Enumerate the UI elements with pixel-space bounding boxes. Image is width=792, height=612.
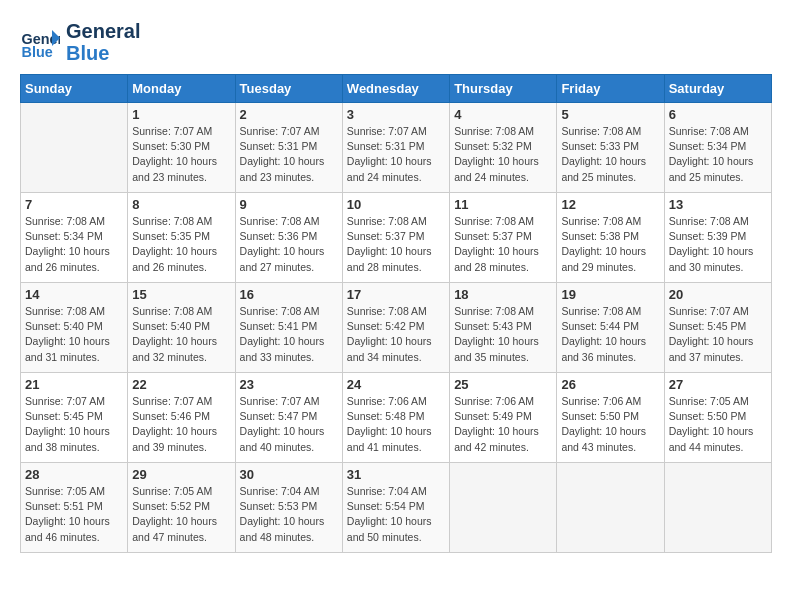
calendar-cell: 22Sunrise: 7:07 AMSunset: 5:46 PMDayligh… — [128, 373, 235, 463]
day-number: 4 — [454, 107, 552, 122]
day-number: 7 — [25, 197, 123, 212]
calendar-cell: 31Sunrise: 7:04 AMSunset: 5:54 PMDayligh… — [342, 463, 449, 553]
day-header-sunday: Sunday — [21, 75, 128, 103]
day-header-thursday: Thursday — [450, 75, 557, 103]
day-header-tuesday: Tuesday — [235, 75, 342, 103]
day-number: 8 — [132, 197, 230, 212]
day-number: 16 — [240, 287, 338, 302]
day-number: 19 — [561, 287, 659, 302]
calendar-cell: 9Sunrise: 7:08 AMSunset: 5:36 PMDaylight… — [235, 193, 342, 283]
day-info: Sunrise: 7:08 AMSunset: 5:38 PMDaylight:… — [561, 214, 659, 275]
calendar-table: SundayMondayTuesdayWednesdayThursdayFrid… — [20, 74, 772, 553]
calendar-cell: 28Sunrise: 7:05 AMSunset: 5:51 PMDayligh… — [21, 463, 128, 553]
day-info: Sunrise: 7:08 AMSunset: 5:41 PMDaylight:… — [240, 304, 338, 365]
calendar-cell: 20Sunrise: 7:07 AMSunset: 5:45 PMDayligh… — [664, 283, 771, 373]
calendar-cell: 29Sunrise: 7:05 AMSunset: 5:52 PMDayligh… — [128, 463, 235, 553]
calendar-cell: 19Sunrise: 7:08 AMSunset: 5:44 PMDayligh… — [557, 283, 664, 373]
calendar-cell: 11Sunrise: 7:08 AMSunset: 5:37 PMDayligh… — [450, 193, 557, 283]
calendar-cell — [450, 463, 557, 553]
week-row-1: 1Sunrise: 7:07 AMSunset: 5:30 PMDaylight… — [21, 103, 772, 193]
day-number: 12 — [561, 197, 659, 212]
calendar-cell: 25Sunrise: 7:06 AMSunset: 5:49 PMDayligh… — [450, 373, 557, 463]
day-number: 6 — [669, 107, 767, 122]
day-header-saturday: Saturday — [664, 75, 771, 103]
day-number: 22 — [132, 377, 230, 392]
logo: General Blue General Blue — [20, 20, 140, 64]
day-number: 25 — [454, 377, 552, 392]
day-info: Sunrise: 7:08 AMSunset: 5:37 PMDaylight:… — [347, 214, 445, 275]
week-row-2: 7Sunrise: 7:08 AMSunset: 5:34 PMDaylight… — [21, 193, 772, 283]
day-header-monday: Monday — [128, 75, 235, 103]
day-number: 3 — [347, 107, 445, 122]
logo-text-blue: Blue — [66, 42, 140, 64]
calendar-cell — [664, 463, 771, 553]
day-info: Sunrise: 7:05 AMSunset: 5:52 PMDaylight:… — [132, 484, 230, 545]
day-number: 20 — [669, 287, 767, 302]
day-header-friday: Friday — [557, 75, 664, 103]
day-number: 15 — [132, 287, 230, 302]
day-number: 10 — [347, 197, 445, 212]
week-row-3: 14Sunrise: 7:08 AMSunset: 5:40 PMDayligh… — [21, 283, 772, 373]
day-number: 23 — [240, 377, 338, 392]
day-info: Sunrise: 7:08 AMSunset: 5:33 PMDaylight:… — [561, 124, 659, 185]
day-number: 27 — [669, 377, 767, 392]
day-header-wednesday: Wednesday — [342, 75, 449, 103]
day-number: 31 — [347, 467, 445, 482]
calendar-cell: 23Sunrise: 7:07 AMSunset: 5:47 PMDayligh… — [235, 373, 342, 463]
day-number: 11 — [454, 197, 552, 212]
day-number: 18 — [454, 287, 552, 302]
day-number: 5 — [561, 107, 659, 122]
calendar-cell: 13Sunrise: 7:08 AMSunset: 5:39 PMDayligh… — [664, 193, 771, 283]
calendar-cell — [21, 103, 128, 193]
day-number: 30 — [240, 467, 338, 482]
day-number: 21 — [25, 377, 123, 392]
day-info: Sunrise: 7:08 AMSunset: 5:35 PMDaylight:… — [132, 214, 230, 275]
calendar-cell — [557, 463, 664, 553]
day-info: Sunrise: 7:06 AMSunset: 5:50 PMDaylight:… — [561, 394, 659, 455]
day-number: 24 — [347, 377, 445, 392]
day-info: Sunrise: 7:08 AMSunset: 5:40 PMDaylight:… — [25, 304, 123, 365]
day-number: 9 — [240, 197, 338, 212]
day-info: Sunrise: 7:05 AMSunset: 5:50 PMDaylight:… — [669, 394, 767, 455]
logo-icon: General Blue — [20, 22, 60, 62]
calendar-body: 1Sunrise: 7:07 AMSunset: 5:30 PMDaylight… — [21, 103, 772, 553]
day-number: 1 — [132, 107, 230, 122]
day-info: Sunrise: 7:07 AMSunset: 5:45 PMDaylight:… — [25, 394, 123, 455]
calendar-cell: 14Sunrise: 7:08 AMSunset: 5:40 PMDayligh… — [21, 283, 128, 373]
day-number: 17 — [347, 287, 445, 302]
day-info: Sunrise: 7:05 AMSunset: 5:51 PMDaylight:… — [25, 484, 123, 545]
day-number: 14 — [25, 287, 123, 302]
page-header: General Blue General Blue — [20, 20, 772, 64]
day-info: Sunrise: 7:08 AMSunset: 5:32 PMDaylight:… — [454, 124, 552, 185]
calendar-cell: 5Sunrise: 7:08 AMSunset: 5:33 PMDaylight… — [557, 103, 664, 193]
calendar-cell: 26Sunrise: 7:06 AMSunset: 5:50 PMDayligh… — [557, 373, 664, 463]
day-info: Sunrise: 7:08 AMSunset: 5:36 PMDaylight:… — [240, 214, 338, 275]
logo-text-general: General — [66, 20, 140, 42]
calendar-cell: 12Sunrise: 7:08 AMSunset: 5:38 PMDayligh… — [557, 193, 664, 283]
day-info: Sunrise: 7:08 AMSunset: 5:34 PMDaylight:… — [669, 124, 767, 185]
calendar-header-row: SundayMondayTuesdayWednesdayThursdayFrid… — [21, 75, 772, 103]
day-info: Sunrise: 7:04 AMSunset: 5:53 PMDaylight:… — [240, 484, 338, 545]
calendar-cell: 1Sunrise: 7:07 AMSunset: 5:30 PMDaylight… — [128, 103, 235, 193]
day-info: Sunrise: 7:07 AMSunset: 5:47 PMDaylight:… — [240, 394, 338, 455]
day-number: 2 — [240, 107, 338, 122]
calendar-cell: 8Sunrise: 7:08 AMSunset: 5:35 PMDaylight… — [128, 193, 235, 283]
day-info: Sunrise: 7:08 AMSunset: 5:37 PMDaylight:… — [454, 214, 552, 275]
week-row-4: 21Sunrise: 7:07 AMSunset: 5:45 PMDayligh… — [21, 373, 772, 463]
day-number: 28 — [25, 467, 123, 482]
calendar-cell: 17Sunrise: 7:08 AMSunset: 5:42 PMDayligh… — [342, 283, 449, 373]
day-info: Sunrise: 7:08 AMSunset: 5:43 PMDaylight:… — [454, 304, 552, 365]
day-info: Sunrise: 7:08 AMSunset: 5:44 PMDaylight:… — [561, 304, 659, 365]
day-info: Sunrise: 7:07 AMSunset: 5:45 PMDaylight:… — [669, 304, 767, 365]
calendar-cell: 21Sunrise: 7:07 AMSunset: 5:45 PMDayligh… — [21, 373, 128, 463]
day-info: Sunrise: 7:07 AMSunset: 5:31 PMDaylight:… — [240, 124, 338, 185]
day-info: Sunrise: 7:08 AMSunset: 5:34 PMDaylight:… — [25, 214, 123, 275]
day-number: 29 — [132, 467, 230, 482]
calendar-cell: 30Sunrise: 7:04 AMSunset: 5:53 PMDayligh… — [235, 463, 342, 553]
calendar-cell: 6Sunrise: 7:08 AMSunset: 5:34 PMDaylight… — [664, 103, 771, 193]
day-info: Sunrise: 7:08 AMSunset: 5:39 PMDaylight:… — [669, 214, 767, 275]
calendar-cell: 7Sunrise: 7:08 AMSunset: 5:34 PMDaylight… — [21, 193, 128, 283]
calendar-cell: 2Sunrise: 7:07 AMSunset: 5:31 PMDaylight… — [235, 103, 342, 193]
svg-text:Blue: Blue — [22, 44, 53, 60]
day-info: Sunrise: 7:07 AMSunset: 5:30 PMDaylight:… — [132, 124, 230, 185]
